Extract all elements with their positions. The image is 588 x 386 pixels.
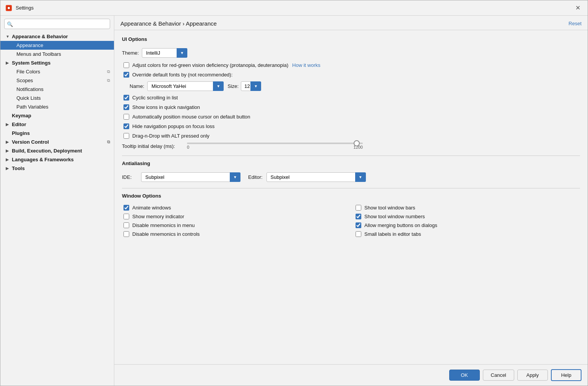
sidebar-item-menus-toolbars[interactable]: Menus and Toolbars (0, 50, 114, 58)
sidebar-item-label: File Colors (16, 69, 40, 75)
close-button[interactable]: ✕ (572, 3, 583, 13)
window-opt-show-tool-bars: Show tool window bars (356, 205, 580, 211)
show-icons-nav-row: Show icons in quick navigation (122, 104, 580, 110)
sidebar-item-label: Scopes (16, 78, 33, 83)
show-tool-bars-text: Show tool window bars (364, 205, 415, 211)
search-input[interactable] (4, 19, 110, 29)
sidebar-item-label: Appearance & Behavior (12, 34, 68, 39)
search-box: 🔍 (4, 19, 110, 29)
how-it-works-link[interactable]: How it works (292, 62, 320, 68)
sidebar-item-label: Keymap (12, 113, 31, 118)
show-icons-nav-label[interactable]: Show icons in quick navigation (123, 104, 200, 110)
settings-window: Settings ✕ 🔍 ▼ Appearance & Behavior App… (0, 0, 588, 386)
sidebar-item-label: Quick Lists (16, 95, 41, 101)
colorblind-row: Adjust colors for red-green vision defic… (122, 62, 580, 68)
sidebar-item-label: Tools (12, 165, 25, 171)
sidebar-item-appearance-behavior[interactable]: ▼ Appearance & Behavior (0, 32, 114, 41)
drag-drop-label[interactable]: Drag-n-Drop with ALT pressed only (123, 133, 210, 139)
apply-button[interactable]: Apply (517, 370, 548, 381)
sidebar-item-label: Editor (12, 122, 26, 127)
override-fonts-label[interactable]: Override default fonts by (not recommend… (123, 72, 232, 78)
svg-point-2 (8, 7, 10, 9)
show-tool-numbers-text: Show tool window numbers (364, 214, 425, 219)
sidebar-item-quick-lists[interactable]: Quick Lists (0, 94, 114, 102)
bottom-bar: OK Cancel Apply Help (114, 364, 588, 386)
window-opt-animate-windows: Animate windows (123, 205, 348, 211)
show-icons-nav-checkbox[interactable] (123, 104, 129, 110)
drag-drop-checkbox[interactable] (123, 133, 129, 139)
right-header: Appearance & Behavior › Appearance Reset (114, 16, 588, 30)
auto-position-mouse-label[interactable]: Automatically position mouse cursor on d… (123, 114, 250, 120)
colorblind-checkbox[interactable] (123, 62, 129, 68)
colorblind-label[interactable]: Adjust colors for red-green vision defic… (123, 62, 288, 68)
sidebar-item-build-execution[interactable]: ▶ Build, Execution, Deployment (0, 146, 114, 155)
font-size-wrap: 12 11 13 14 ▼ (241, 81, 261, 91)
theme-select[interactable]: IntelliJ Darcula High contrast macOS Lig… (142, 48, 187, 58)
expand-arrow-icon: ▶ (6, 157, 12, 162)
editor-aa-select-wrap: Subpixel Greyscale None ▼ (266, 172, 366, 182)
disable-mnemonics-menu-checkbox[interactable] (123, 222, 129, 228)
sidebar-item-label: System Settings (12, 60, 50, 66)
editor-aa-select[interactable]: Subpixel Greyscale None (266, 172, 366, 182)
sidebar-item-system-settings[interactable]: ▶ System Settings (0, 58, 114, 67)
window-opt-allow-merging-buttons: Allow merging buttons on dialogs (356, 222, 580, 228)
antialiasing-row: IDE: Subpixel Greyscale None ▼ Editor: S… (122, 172, 580, 182)
show-memory-checkbox[interactable] (123, 214, 129, 219)
cyclic-scroll-label[interactable]: Cyclic scrolling in list (123, 95, 178, 101)
font-size-select[interactable]: 12 11 13 14 (241, 81, 261, 91)
sidebar-item-appearance[interactable]: Appearance (0, 41, 114, 50)
disable-mnemonics-controls-checkbox[interactable] (123, 231, 129, 237)
window-opt-disable-mnemonics-menu: Disable mnemonics in menu (123, 222, 348, 228)
hide-nav-popups-checkbox[interactable] (123, 123, 129, 129)
sidebar-item-plugins[interactable]: Plugins (0, 129, 114, 138)
editor-aa-label: Editor: (248, 174, 263, 180)
sidebar-item-file-colors[interactable]: File Colors ⧉ (0, 67, 114, 76)
expand-arrow-icon: ▶ (6, 122, 12, 127)
sidebar: 🔍 ▼ Appearance & Behavior Appearance Men… (0, 16, 114, 386)
drag-drop-row: Drag-n-Drop with ALT pressed only (122, 133, 580, 139)
sidebar-item-label: Path Variables (16, 104, 49, 110)
override-fonts-checkbox[interactable] (123, 72, 129, 78)
font-name-select[interactable]: Microsoft YaHei Arial Segoe UI (147, 81, 224, 91)
ui-options-title: UI Options (122, 36, 580, 44)
help-button[interactable]: Help (551, 369, 582, 381)
reset-link[interactable]: Reset (569, 21, 582, 26)
theme-select-wrap: IntelliJ Darcula High contrast macOS Lig… (142, 48, 187, 58)
cyclic-scroll-checkbox[interactable] (123, 95, 129, 101)
sidebar-item-notifications[interactable]: Notifications (0, 85, 114, 94)
tooltip-slider-track[interactable] (187, 143, 363, 144)
sidebar-item-editor[interactable]: ▶ Editor (0, 120, 114, 129)
font-name-label: Name: (130, 83, 144, 89)
sidebar-item-languages-frameworks[interactable]: ▶ Languages & Frameworks (0, 155, 114, 164)
title-bar: Settings ✕ (0, 0, 588, 16)
sidebar-item-path-variables[interactable]: Path Variables (0, 102, 114, 111)
sidebar-item-version-control[interactable]: ▶ Version Control ⧉ (0, 138, 114, 146)
small-labels-checkbox[interactable] (356, 231, 361, 237)
auto-position-mouse-checkbox[interactable] (123, 114, 129, 120)
font-name-wrap: Microsoft YaHei Arial Segoe UI ▼ (147, 81, 224, 91)
expand-arrow-icon: ▼ (6, 34, 12, 39)
window-opt-disable-mnemonics-controls: Disable mnemonics in controls (123, 231, 348, 237)
window-opt-show-tool-numbers: Show tool window numbers (356, 214, 580, 219)
settings-body: UI Options Theme: IntelliJ Darcula High … (114, 30, 588, 364)
tooltip-slider-thumb[interactable] (354, 140, 360, 146)
sidebar-item-keymap[interactable]: Keymap (0, 111, 114, 120)
font-row: Name: Microsoft YaHei Arial Segoe UI ▼ S… (122, 81, 580, 91)
ok-button[interactable]: OK (449, 370, 480, 381)
hide-nav-popups-text: Hide navigation popups on focus loss (132, 123, 214, 129)
search-icon: 🔍 (7, 21, 13, 27)
cancel-button[interactable]: Cancel (483, 370, 514, 381)
ide-aa-select[interactable]: Subpixel Greyscale None (141, 172, 240, 182)
show-tool-numbers-checkbox[interactable] (356, 214, 361, 219)
copy-icon: ⧉ (107, 139, 110, 144)
sidebar-item-tools[interactable]: ▶ Tools (0, 164, 114, 173)
tooltip-slider-wrap: 0 1200 (187, 143, 363, 149)
allow-merging-buttons-checkbox[interactable] (356, 222, 361, 228)
sidebar-item-scopes[interactable]: Scopes ⧉ (0, 76, 114, 85)
show-tool-bars-checkbox[interactable] (356, 205, 361, 211)
auto-position-mouse-text: Automatically position mouse cursor on d… (132, 114, 250, 120)
hide-nav-popups-label[interactable]: Hide navigation popups on focus loss (123, 123, 214, 129)
tooltip-slider-row: Tooltip initial delay (ms): 0 1200 (122, 143, 580, 149)
animate-windows-checkbox[interactable] (123, 205, 129, 211)
animate-windows-text: Animate windows (132, 205, 171, 211)
